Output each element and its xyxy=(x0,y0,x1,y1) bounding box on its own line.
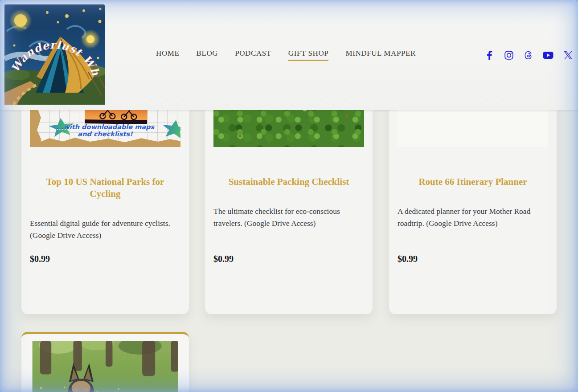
two-dogs-illustration xyxy=(30,341,180,392)
nav-item-mindful-mapper[interactable]: MINDFUL MAPPER xyxy=(345,49,416,61)
facebook-icon[interactable] xyxy=(485,51,494,60)
product-title[interactable]: Sustainable Packing Checklist xyxy=(216,176,362,188)
product-card-body: Route 66 Itinerary Planner A dedicated p… xyxy=(389,147,557,229)
collage-caption: ...with downloadable maps and checklists… xyxy=(30,123,180,138)
site-header: Wanderlust Whisperz HOME BLOG PODCAST GI… xyxy=(0,0,578,110)
collage-caption-line2: and checklists! xyxy=(30,131,180,138)
threads-icon[interactable] xyxy=(524,51,533,60)
youtube-icon[interactable] xyxy=(543,51,553,60)
product-title[interactable]: Route 66 Itinerary Planner xyxy=(400,176,546,188)
instagram-icon[interactable] xyxy=(504,51,513,60)
main-nav: HOME BLOG PODCAST GIFT SHOP MINDFUL MAPP… xyxy=(156,0,416,110)
social-links xyxy=(485,0,578,110)
product-card-dogs[interactable] xyxy=(21,332,189,392)
product-description: The ultimate checklist for eco-conscious… xyxy=(213,205,364,229)
product-price: $0.99 xyxy=(213,254,234,264)
nav-item-home[interactable]: HOME xyxy=(156,49,179,61)
nav-item-gift-shop[interactable]: GIFT SHOP xyxy=(288,49,329,61)
site-logo[interactable]: Wanderlust Whisperz xyxy=(4,4,105,105)
product-title[interactable]: Top 10 US National Parks for Cycling xyxy=(32,176,178,200)
product-image-two-dogs-park xyxy=(30,341,180,392)
product-description: A dedicated planner for your Mother Road… xyxy=(398,205,548,229)
collage-caption-line1: ...with downloadable maps xyxy=(30,123,180,131)
x-twitter-icon[interactable] xyxy=(564,51,573,60)
product-card-body: Sustainable Packing Checklist The ultima… xyxy=(205,147,373,229)
torn-paper-bottom xyxy=(30,136,180,147)
product-card-body: Top 10 US National Parks for Cycling Ess… xyxy=(21,147,189,241)
nav-item-blog[interactable]: BLOG xyxy=(196,49,218,61)
product-description: Essential digital guide for adventure cy… xyxy=(30,217,180,241)
page: ...with downloadable maps and checklists… xyxy=(0,0,578,392)
product-price: $0.99 xyxy=(398,254,418,264)
nav-item-podcast[interactable]: PODCAST xyxy=(235,49,271,61)
product-price: $0.99 xyxy=(30,254,50,264)
